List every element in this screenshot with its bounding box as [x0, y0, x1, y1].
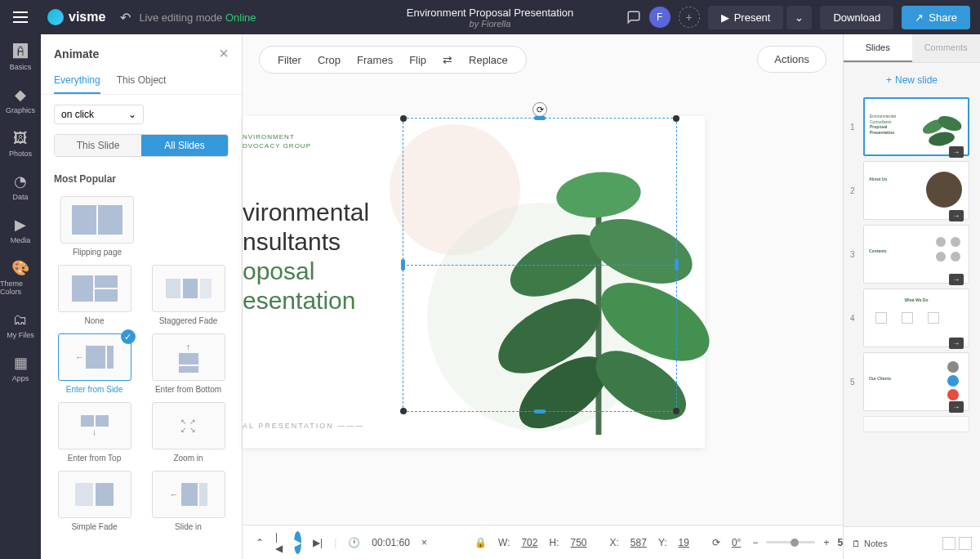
share-button[interactable]: ↗ Share: [902, 6, 970, 29]
anim-enter-from-top[interactable]: ↓ Enter from Top: [54, 402, 135, 463]
doc-title[interactable]: Environment Proposal Presentation: [407, 7, 574, 19]
rotate-icon[interactable]: ⟳: [712, 537, 720, 548]
present-button[interactable]: ▶ Present: [708, 6, 784, 29]
rail-photos[interactable]: 🖼Photos: [9, 129, 32, 158]
actions-button[interactable]: Actions: [757, 46, 826, 73]
scope-toggle: This Slide All Slides: [54, 134, 229, 157]
handle-sw[interactable]: [400, 408, 407, 414]
undo-icon[interactable]: ↶: [120, 10, 131, 25]
anim-enter-from-side[interactable]: ← ✓ Enter from Side: [54, 333, 135, 394]
prev-icon[interactable]: |◀: [275, 531, 283, 554]
notes-button[interactable]: 🗒 Notes: [852, 539, 888, 548]
view-list[interactable]: [959, 537, 972, 550]
anim-none[interactable]: None: [54, 265, 135, 325]
present-dropdown[interactable]: ⌄: [786, 6, 812, 29]
anim-indicator-icon: →: [949, 401, 964, 413]
tab-everything[interactable]: Everything: [54, 69, 100, 94]
y-value[interactable]: 19: [679, 537, 689, 548]
time-value: 00:01:60: [372, 537, 410, 548]
present-label: Present: [734, 11, 771, 24]
scope-all-slides[interactable]: All Slides: [141, 135, 228, 156]
slide-thumb-1[interactable]: 1 EnvironmentalConsultantsProposalPresen…: [850, 97, 973, 156]
clear-time[interactable]: ×: [421, 537, 427, 548]
zoom-control: − + 56%: [752, 537, 857, 548]
chevron-up-icon[interactable]: ⌃: [256, 537, 264, 548]
angle-value[interactable]: 0°: [732, 537, 741, 548]
download-button[interactable]: Download: [820, 6, 893, 29]
logo-text: visme: [69, 10, 105, 25]
add-user-button[interactable]: +: [679, 7, 700, 28]
slide-footer: AL PRESENTATION ———: [243, 422, 364, 430]
scope-this-slide[interactable]: This Slide: [55, 135, 141, 156]
rail-my-files[interactable]: 🗂My Files: [7, 311, 34, 339]
rotate-handle[interactable]: ⟳: [532, 102, 547, 117]
tab-slides[interactable]: Slides: [844, 34, 912, 62]
zoom-slider[interactable]: [766, 541, 815, 543]
handle-n[interactable]: [534, 116, 546, 120]
rail-data[interactable]: ◔Data: [11, 172, 29, 201]
height-value[interactable]: 750: [570, 537, 586, 548]
close-icon[interactable]: ×: [219, 44, 229, 63]
svg-point-8: [936, 113, 964, 133]
menu-button[interactable]: [0, 0, 41, 34]
zoom-out[interactable]: −: [752, 537, 758, 548]
x-value[interactable]: 587: [630, 537, 647, 548]
panel-title: Animate: [54, 47, 99, 60]
anim-flipping-page[interactable]: Flipping page: [60, 196, 134, 257]
next-icon[interactable]: ▶|: [313, 537, 323, 548]
tool-crop[interactable]: Crop: [313, 52, 345, 68]
animate-panel: Animate × Everything This Object on clic…: [41, 34, 243, 559]
animation-grid: Flipping page None Staggered Fade ← ✓ En…: [41, 190, 242, 538]
user-avatar[interactable]: F: [649, 7, 670, 28]
guide-line: [403, 265, 677, 266]
x-label: X:: [610, 537, 619, 548]
handle-s[interactable]: [534, 409, 546, 414]
rail-apps[interactable]: ▦Apps: [11, 354, 29, 382]
anim-enter-from-bottom[interactable]: ↑ Enter from Bottom: [148, 333, 229, 394]
handle-se[interactable]: [673, 408, 679, 414]
basics-icon: 🅰: [11, 42, 29, 60]
zoom-in[interactable]: +: [823, 537, 829, 548]
clock-icon: 🕐: [348, 537, 360, 548]
palette-icon: 🎨: [11, 259, 29, 277]
slide-thumb-4[interactable]: 4 What We Do →: [850, 288, 973, 347]
apps-icon: ▦: [11, 354, 29, 372]
anim-staggered-fade[interactable]: Staggered Fade: [148, 265, 229, 325]
anim-indicator-icon: →: [949, 146, 964, 158]
left-rail: 🅰Basics ◆Graphics 🖼Photos ◔Data ▶Media 🎨…: [0, 34, 41, 559]
anim-simple-fade[interactable]: Simple Fade: [54, 471, 135, 531]
tab-comments[interactable]: Comments: [912, 34, 981, 62]
slide-thumb-3[interactable]: 3 Contents →: [850, 225, 973, 284]
anim-zoom-in[interactable]: ↖ ↗↙ ↘ Zoom in: [148, 402, 229, 463]
image-toolbar: Filter Crop Frames Flip ⇄ Replace: [259, 46, 527, 74]
new-slide-button[interactable]: + New slide: [844, 63, 980, 97]
rail-theme-colors[interactable]: 🎨Theme Colors: [0, 259, 41, 296]
editing-mode-label: Live editing mode Online: [139, 11, 256, 24]
width-value[interactable]: 702: [521, 537, 537, 548]
tool-frames[interactable]: Frames: [352, 52, 398, 68]
share-icon: ↗: [915, 11, 924, 24]
rail-media[interactable]: ▶Media: [11, 216, 31, 244]
tool-filter[interactable]: Filter: [273, 52, 306, 68]
rail-graphics[interactable]: ◆Graphics: [6, 86, 35, 114]
trigger-select[interactable]: on click ⌄: [54, 105, 144, 124]
slide-thumb-2[interactable]: 2 About Us →: [850, 161, 973, 220]
doc-title-block: Environment Proposal Presentation by Fio…: [407, 7, 574, 29]
view-grid[interactable]: [942, 537, 956, 550]
tool-replace[interactable]: Replace: [464, 52, 513, 68]
anim-indicator-icon: →: [949, 210, 964, 221]
slide-thumb-6[interactable]: [850, 416, 973, 432]
logo[interactable]: visme: [47, 9, 105, 25]
handle-nw[interactable]: [400, 115, 407, 122]
view-toggles: [942, 537, 972, 550]
tab-this-object[interactable]: This Object: [117, 69, 167, 94]
rail-basics[interactable]: 🅰Basics: [10, 42, 32, 71]
slide-thumb-5[interactable]: 5 Our Clients →: [850, 352, 973, 411]
lock-icon[interactable]: 🔒: [474, 537, 487, 548]
play-button[interactable]: ▶: [294, 531, 301, 554]
comment-icon[interactable]: [626, 10, 641, 25]
anim-slide-in[interactable]: ← Slide in: [148, 471, 229, 531]
slide-subheading: NVIRONMENTDVOCACY GROUP: [243, 132, 311, 150]
tool-flip[interactable]: Flip: [404, 52, 431, 68]
handle-ne[interactable]: [673, 115, 679, 122]
